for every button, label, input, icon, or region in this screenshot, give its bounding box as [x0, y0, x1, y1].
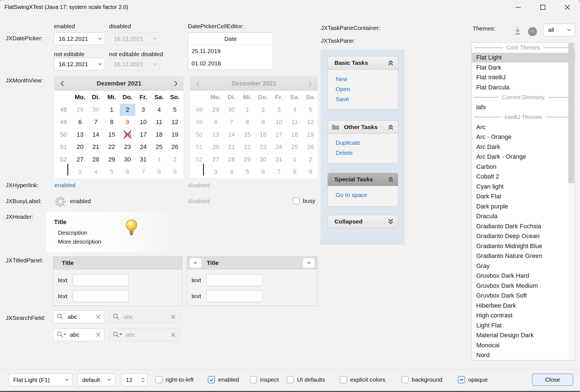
day-cell[interactable]: 14: [88, 129, 104, 141]
hyperlink-enabled[interactable]: enabled: [55, 182, 76, 189]
theme-list-item[interactable]: Flat Dark: [472, 63, 575, 73]
scrollbar-thumb[interactable]: [568, 43, 574, 183]
collapse-icon[interactable]: [387, 124, 394, 130]
search-field[interactable]: abc: [53, 328, 105, 341]
day-cell[interactable]: 2: [167, 153, 183, 166]
day-cell[interactable]: 16: [120, 129, 136, 141]
minimize-button[interactable]: [509, 0, 527, 15]
theme-list-item[interactable]: Arc Dark: [472, 142, 575, 152]
theme-list-item[interactable]: Arc Dark - Orange: [472, 152, 575, 162]
theme-list-item[interactable]: Gradianto Nature Green: [472, 251, 575, 261]
explicit-colors-checkbox[interactable]: [340, 376, 347, 383]
download-icon[interactable]: [513, 26, 523, 36]
theme-list-item[interactable]: Dark purple: [472, 201, 575, 212]
day-cell[interactable]: 11: [151, 116, 167, 129]
day-cell[interactable]: 6: [72, 116, 88, 129]
day-cell[interactable]: 18: [151, 129, 167, 141]
theme-list-item[interactable]: Gruvbox Dark Soft: [472, 291, 575, 301]
theme-list-item[interactable]: Material Design Dark: [472, 331, 575, 341]
prev-month-icon[interactable]: [60, 80, 65, 87]
theme-list-item[interactable]: Arc: [472, 122, 575, 132]
search-icon[interactable]: [56, 313, 64, 321]
day-cell[interactable]: 30: [88, 104, 104, 116]
theme-list-item[interactable]: lafs: [472, 102, 575, 112]
theme-list-item[interactable]: Flat IntelliJ: [472, 73, 575, 83]
clear-icon[interactable]: [95, 332, 101, 338]
collapse-icon[interactable]: [387, 176, 394, 183]
busy-checkbox[interactable]: [293, 197, 300, 205]
day-cell[interactable]: 6: [120, 166, 136, 178]
search-dropdown-icon[interactable]: [56, 331, 67, 339]
day-cell[interactable]: 3: [72, 166, 88, 178]
taskpane-link[interactable]: Go to space: [328, 190, 398, 200]
day-cell[interactable]: 9: [167, 166, 183, 178]
text-field[interactable]: [73, 274, 129, 286]
search-input-value[interactable]: abc: [70, 331, 92, 338]
datepicker-not-editable[interactable]: 16.12.2021: [54, 58, 105, 70]
theme-list-item[interactable]: Cyan light: [472, 182, 575, 192]
opaque-checkbox[interactable]: [458, 376, 465, 383]
theme-list-item[interactable]: Cobalt 2: [472, 172, 575, 182]
collapse-icon[interactable]: [387, 60, 394, 66]
font-combobox[interactable]: default: [77, 374, 115, 386]
day-cell[interactable]: 10: [135, 116, 151, 129]
theme-list-item[interactable]: Gradianto Deep Ocean: [472, 231, 575, 241]
taskpane-link[interactable]: Duplicate: [328, 138, 398, 148]
monthview-enabled[interactable]: Dezember 2021Mo.Di.Mi.Do.Fr.Sa.So.482930…: [55, 76, 183, 178]
theme-list-item[interactable]: Carbon: [472, 162, 575, 172]
theme-list-item[interactable]: Light Flat: [472, 320, 575, 331]
chevron-down-icon[interactable]: [95, 37, 105, 40]
close-window-button[interactable]: [558, 0, 577, 15]
day-cell[interactable]: 1: [104, 104, 120, 116]
chevron-down-icon[interactable]: [95, 63, 105, 65]
font-size-spinner[interactable]: 12: [121, 374, 147, 386]
day-cell[interactable]: 28: [88, 153, 104, 166]
taskpane-header[interactable]: Other Tasks: [327, 120, 398, 134]
table-row[interactable]: 25.11.2019: [188, 45, 273, 57]
day-cell[interactable]: 27: [72, 153, 88, 166]
day-cell[interactable]: 13: [72, 129, 88, 141]
day-cell[interactable]: 3: [135, 104, 151, 116]
day-cell[interactable]: 7: [88, 116, 104, 129]
ui-defaults-checkbox[interactable]: [287, 376, 294, 383]
day-cell[interactable]: 1: [151, 153, 167, 166]
taskpane-header[interactable]: Collapsed: [327, 215, 398, 228]
themes-filter-combobox[interactable]: all: [543, 23, 575, 36]
text-field[interactable]: [73, 290, 129, 302]
day-cell[interactable]: 12: [167, 116, 183, 129]
datepicker-enabled[interactable]: 16.12.2021: [54, 32, 105, 45]
maximize-button[interactable]: [534, 0, 552, 15]
theme-list-item[interactable]: Dracula: [472, 212, 575, 222]
spinner-buttons[interactable]: [138, 374, 147, 386]
taskpane-header[interactable]: Basic Tasks: [327, 56, 398, 70]
datepicker-value[interactable]: 16.12.2021: [54, 35, 95, 42]
day-cell[interactable]: 22: [104, 141, 120, 153]
text-field[interactable]: [207, 290, 263, 302]
theme-list-item[interactable]: Nord: [472, 350, 575, 360]
day-cell[interactable]: 9: [120, 116, 136, 129]
day-cell[interactable]: 30: [120, 153, 136, 166]
day-cell[interactable]: 29: [72, 104, 88, 116]
background-checkbox[interactable]: [401, 376, 409, 383]
clear-icon[interactable]: [95, 314, 101, 320]
theme-list-item[interactable]: Gradianto Midnight Blue: [472, 241, 575, 251]
day-cell[interactable]: 4: [88, 166, 104, 178]
day-cell[interactable]: 17: [135, 129, 151, 141]
next-month-icon[interactable]: [173, 80, 178, 87]
taskpane-link[interactable]: Delete: [328, 148, 398, 158]
day-cell[interactable]: 26: [167, 141, 183, 153]
enabled-checkbox[interactable]: [208, 376, 215, 383]
day-cell[interactable]: 15: [104, 129, 120, 141]
day-cell[interactable]: 7: [135, 166, 151, 178]
next-button[interactable]: >: [303, 258, 315, 268]
theme-list-item[interactable]: Gray: [472, 261, 575, 271]
theme-list-item[interactable]: Dark Flat: [472, 192, 575, 202]
taskpane-link[interactable]: New: [328, 74, 398, 84]
theme-list-item[interactable]: High contrast: [472, 311, 575, 321]
day-cell[interactable]: 5: [104, 166, 120, 178]
day-cell[interactable]: 24: [135, 141, 151, 153]
day-cell[interactable]: 21: [88, 141, 104, 153]
day-cell[interactable]: 25: [151, 141, 167, 153]
day-cell[interactable]: 5: [167, 104, 183, 116]
theme-list-item[interactable]: Hiberbee Dark: [472, 301, 575, 311]
